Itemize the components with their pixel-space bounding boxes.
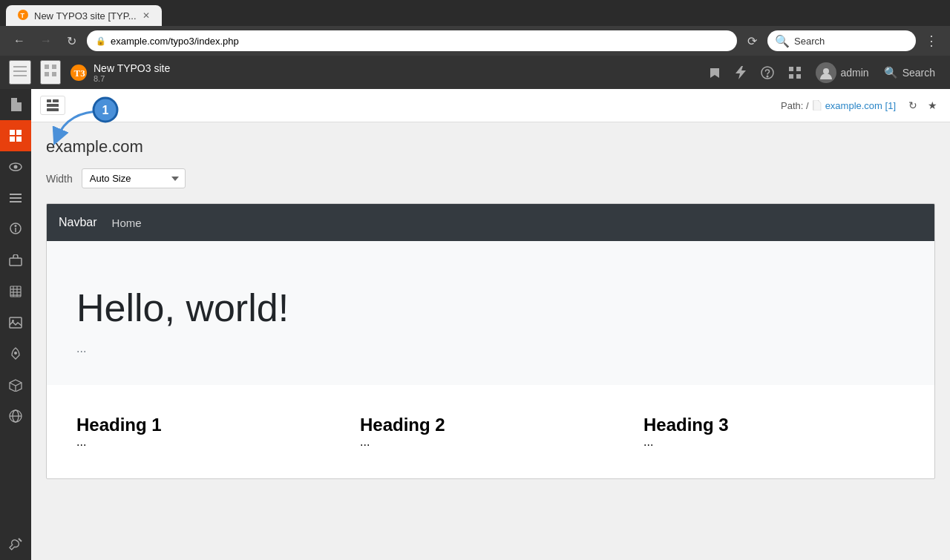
svg-rect-20 bbox=[10, 136, 15, 142]
topbar-module-menu-btn[interactable] bbox=[40, 60, 61, 85]
svg-rect-4 bbox=[13, 75, 27, 76]
path-label: Path: / bbox=[781, 100, 809, 111]
svg-point-23 bbox=[14, 165, 18, 169]
user-avatar bbox=[816, 62, 836, 83]
browser-back-btn[interactable]: ← bbox=[9, 31, 30, 50]
svg-point-39 bbox=[14, 352, 17, 355]
address-bar: 🔒 bbox=[87, 30, 737, 51]
typo3-topbar: T3 New TYPO3 site 8.7 admin 🔍 Search bbox=[0, 56, 950, 89]
topbar-bookmarks-btn[interactable] bbox=[703, 62, 727, 83]
svg-point-12 bbox=[767, 76, 768, 77]
topbar-search-label: Search bbox=[902, 67, 935, 79]
path-refresh-btn[interactable]: ↻ bbox=[905, 97, 921, 113]
svg-rect-21 bbox=[16, 136, 22, 142]
svg-point-29 bbox=[15, 225, 16, 227]
sidebar-item-image[interactable] bbox=[0, 307, 31, 338]
svg-rect-25 bbox=[10, 197, 22, 199]
view-content: example.com Width Auto Size 320px 480px … bbox=[31, 122, 950, 560]
browser-refresh-btn[interactable]: ↻ bbox=[62, 31, 81, 51]
preview-nav-home: Home bbox=[112, 217, 142, 229]
preview-col-2: Heading 2 ... bbox=[360, 415, 621, 449]
sidebar-item-rocket[interactable] bbox=[0, 338, 31, 369]
preview-brand: Navbar bbox=[59, 216, 97, 229]
typo3-logo-icon: T3 bbox=[70, 64, 88, 82]
topbar-help-btn[interactable] bbox=[755, 62, 780, 84]
sidebar-item-briefcase[interactable] bbox=[0, 245, 31, 276]
topbar-hamburger-btn[interactable] bbox=[9, 60, 31, 85]
preview-col-1-text: ... bbox=[76, 435, 338, 449]
sidebar-item-view[interactable] bbox=[0, 151, 31, 182]
tab-close-btn[interactable]: ✕ bbox=[142, 10, 150, 21]
preview-col-1: Heading 1 ... bbox=[76, 415, 338, 449]
path-link[interactable]: example.com [1] bbox=[825, 100, 896, 111]
topbar-logo: T3 New TYPO3 site 8.7 bbox=[70, 62, 170, 83]
svg-rect-7 bbox=[45, 72, 49, 76]
preview-col-3: Heading 3 ... bbox=[643, 415, 905, 449]
svg-rect-5 bbox=[45, 65, 49, 69]
browser-search-box: 🔍 bbox=[767, 30, 916, 51]
page-toolbar-btn[interactable] bbox=[40, 96, 65, 115]
security-icon: 🔒 bbox=[96, 36, 106, 46]
browser-forward-btn[interactable]: → bbox=[36, 31, 56, 50]
preview-col-1-heading: Heading 1 bbox=[76, 415, 338, 435]
sidebar-item-page[interactable] bbox=[0, 89, 31, 120]
svg-rect-3 bbox=[13, 70, 27, 72]
svg-rect-8 bbox=[52, 72, 56, 76]
page-header-bar: Path: / example.com [1] ↻ ★ bbox=[31, 89, 950, 122]
svg-text:T3: T3 bbox=[74, 67, 86, 79]
svg-rect-13 bbox=[789, 67, 793, 71]
site-version: 8.7 bbox=[94, 74, 170, 83]
sidebar-item-globe[interactable] bbox=[0, 401, 31, 432]
topbar-search-icon: 🔍 bbox=[884, 66, 898, 79]
svg-text:T: T bbox=[21, 11, 25, 19]
path-bookmark-btn[interactable]: ★ bbox=[924, 97, 941, 113]
sidebar bbox=[0, 89, 31, 560]
topbar-grid-btn[interactable] bbox=[783, 62, 807, 83]
tab-title: New TYPO3 site [TYP... bbox=[34, 10, 137, 22]
address-input[interactable] bbox=[111, 36, 728, 47]
browser-search-input[interactable] bbox=[794, 36, 898, 47]
preview-col-2-heading: Heading 2 bbox=[360, 415, 621, 435]
topbar-actions: admin 🔍 Search bbox=[703, 62, 942, 84]
preview-col-3-text: ... bbox=[643, 435, 905, 449]
width-label: Width bbox=[46, 173, 73, 185]
svg-rect-15 bbox=[789, 74, 793, 79]
browser-tabs: T New TYPO3 site [TYP... ✕ bbox=[0, 0, 950, 26]
svg-rect-47 bbox=[47, 108, 59, 111]
browser-tab-active[interactable]: T New TYPO3 site [TYP... ✕ bbox=[6, 5, 162, 26]
preview-hero: Hello, world! ... bbox=[47, 241, 934, 385]
preview-frame: Navbar Home Hello, world! ... Heading 1 … bbox=[46, 203, 935, 479]
svg-point-17 bbox=[823, 68, 829, 74]
svg-rect-18 bbox=[10, 130, 15, 135]
svg-rect-30 bbox=[10, 258, 22, 266]
svg-rect-44 bbox=[47, 99, 51, 102]
topbar-search[interactable]: 🔍 Search bbox=[878, 63, 941, 82]
topbar-flash-btn[interactable] bbox=[730, 62, 752, 84]
topbar-user: admin bbox=[810, 62, 875, 83]
preview-col-2-text: ... bbox=[360, 435, 621, 449]
svg-rect-26 bbox=[10, 201, 22, 202]
main-layout: Path: / example.com [1] ↻ ★ example.com … bbox=[0, 89, 950, 560]
sidebar-item-info[interactable] bbox=[0, 214, 31, 245]
path-actions: ↻ ★ bbox=[905, 97, 941, 113]
sidebar-item-list[interactable] bbox=[0, 120, 31, 151]
browser-menu-btn[interactable]: ⋮ bbox=[922, 30, 941, 52]
width-select[interactable]: Auto Size 320px 480px 768px 1024px 1280p… bbox=[82, 168, 186, 188]
svg-rect-24 bbox=[10, 194, 22, 195]
sidebar-item-table[interactable] bbox=[0, 276, 31, 307]
sidebar-item-lines[interactable] bbox=[0, 182, 31, 214]
tab-favicon: T bbox=[18, 10, 28, 22]
preview-hero-text: ... bbox=[76, 342, 905, 355]
sidebar-item-box[interactable] bbox=[0, 369, 31, 401]
preview-columns: Heading 1 ... Heading 2 ... Heading 3 ..… bbox=[47, 385, 934, 478]
site-name: New TYPO3 site bbox=[94, 62, 170, 74]
svg-rect-14 bbox=[796, 67, 801, 71]
sidebar-item-tools[interactable] bbox=[0, 529, 31, 560]
svg-line-43 bbox=[19, 538, 22, 541]
path-info: Path: / example.com [1] ↻ ★ bbox=[781, 97, 941, 113]
svg-rect-2 bbox=[13, 66, 27, 67]
browser-cast-btn[interactable]: ⟳ bbox=[743, 31, 761, 51]
svg-rect-16 bbox=[796, 74, 801, 79]
svg-rect-45 bbox=[53, 99, 59, 102]
site-info: New TYPO3 site 8.7 bbox=[94, 62, 170, 83]
